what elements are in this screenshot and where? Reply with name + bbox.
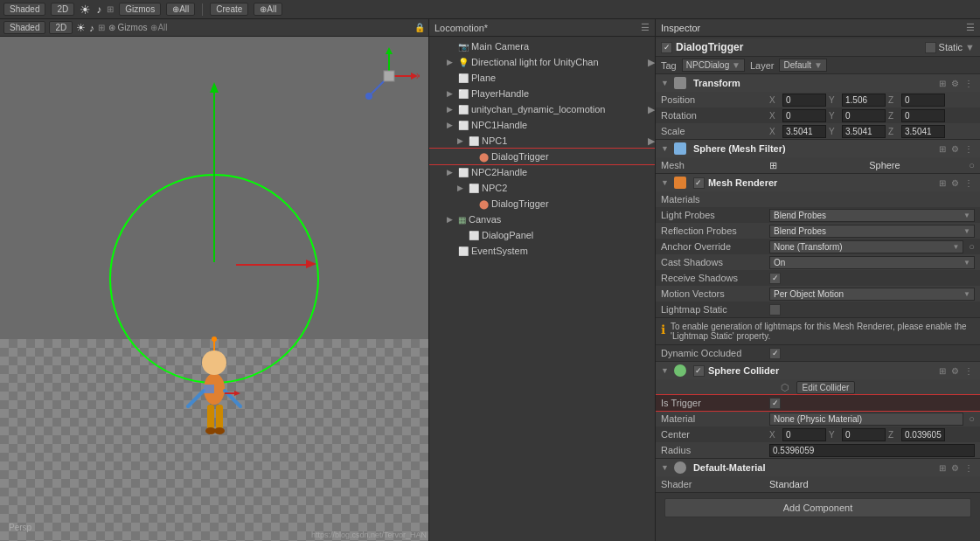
edit-collider-button[interactable]: Edit Collider [796,381,856,394]
scene-canvas[interactable]: Y X [0,37,428,541]
position-label: Position [661,94,766,105]
sphere-collider-header[interactable]: ▼ Sphere Collider ⊞ ⚙ ⋮ [656,362,980,379]
create-button[interactable]: Create [210,3,248,16]
position-y-input[interactable] [842,94,886,107]
mesh-filter-copy-icon[interactable]: ⊞ [937,143,948,155]
center-y-input[interactable] [842,428,886,441]
info-box: ℹ To enable generation of lightmaps for … [656,317,980,345]
transform-overflow-icon[interactable]: ⋮ [963,78,975,89]
position-x-input[interactable] [782,94,826,107]
radius-label: Radius [661,445,766,455]
hierarchy-item-dir-light[interactable]: ▶ 💡 Directional light for UnityChan ▶ [429,54,655,70]
sphere-collider-settings-icon[interactable]: ⚙ [949,365,961,377]
hierarchy-item-canvas[interactable]: ▶ ▦ Canvas [429,212,655,227]
hierarchy-item-main-camera[interactable]: 📷 Main Camera [429,38,655,54]
shading-dropdown[interactable]: Shaded [3,3,45,16]
hierarchy-item-dialog-trigger-1[interactable]: ⬤ DialogTrigger [429,149,655,164]
transform-header[interactable]: ▼ Transform ⊞ ⚙ ⋮ [656,74,980,92]
material-copy-icon[interactable]: ⊞ [937,462,948,474]
add-component-button[interactable]: Add Component [664,498,971,517]
light-probes-dropdown[interactable]: Blend Probes ▼ [769,209,975,222]
hierarchy-item-npc2handle[interactable]: ▶ ⬜ NPC2Handle [429,164,655,180]
cast-shadows-dropdown[interactable]: On ▼ [769,256,975,269]
motion-vectors-dropdown[interactable]: Per Object Motion ▼ [769,288,975,301]
hierarchy-item-npc1handle[interactable]: ▶ ⬜ NPC1Handle [429,117,655,133]
sphere-collider-overflow-icon[interactable]: ⋮ [963,365,975,377]
hierarchy-item-npc2[interactable]: ▶ ⬜ NPC2 [429,180,655,196]
layer-dropdown[interactable]: Default ▼ [779,59,826,72]
inspector-object-top: DialogTrigger Static ▼ [656,38,980,57]
scale-x-input[interactable] [782,125,826,138]
lightmap-static-checkbox[interactable] [769,304,781,316]
rotation-y-input[interactable] [842,109,886,122]
character-figure [179,336,249,450]
static-dropdown-arrow[interactable]: ▼ [965,42,975,52]
rotation-x-input[interactable] [782,109,826,122]
anchor-override-dropdown[interactable]: None (Transform) ▼ [769,240,963,253]
tag-value: NPCDialog [686,60,729,70]
center-x-input[interactable] [782,428,826,441]
position-row: Position X Y Z [656,92,980,108]
sphere-collider-collapse-arrow: ▼ [661,366,669,375]
reflection-probes-dropdown[interactable]: Blend Probes ▼ [769,225,975,238]
collider-material-select-icon[interactable]: ○ [969,413,975,424]
sphere-collider-icons: ⊞ ⚙ ⋮ [937,365,975,377]
mesh-filter-settings-icon[interactable]: ⚙ [949,143,961,155]
sphere-icon: ⬤ [479,199,489,209]
scale-z-input[interactable] [901,125,945,138]
dynamic-occluded-checkbox[interactable] [769,348,781,359]
scene-2d-btn[interactable]: 2D [49,21,73,34]
mesh-renderer-header[interactable]: ▼ Mesh Renderer ⊞ ⚙ ⋮ [656,174,980,191]
mesh-renderer-overflow-icon[interactable]: ⋮ [963,177,975,189]
hierarchy-item-dialog-trigger-2[interactable]: ⬤ DialogTrigger [429,196,655,212]
static-checkbox[interactable] [925,42,936,53]
inspector-header: Inspector ☰ [656,19,980,37]
mesh-filter-overflow-icon[interactable]: ⋮ [963,143,975,155]
scene-aspect-icon: ⊞ [98,23,105,32]
hierarchy-item-event-system[interactable]: ⬜ EventSystem [429,243,655,259]
svg-point-12 [212,336,217,342]
scale-y-input[interactable] [842,125,886,138]
sphere-collider-enabled-checkbox[interactable] [693,365,705,377]
radius-input[interactable] [769,444,975,457]
material-overflow-icon[interactable]: ⋮ [963,462,975,474]
default-material-header[interactable]: ▼ Default-Material ⊞ ⚙ ⋮ [656,459,980,476]
hierarchy-item-dialog-panel[interactable]: ⬜ DialogPanel [429,227,655,243]
rotation-z-input[interactable] [901,109,945,122]
collider-material-dropdown[interactable]: None (Physic Material) [769,413,963,426]
material-settings-icon[interactable]: ⚙ [949,462,961,474]
svg-text:X: X [416,72,420,80]
scale-row: Scale X Y Z [656,123,980,139]
mesh-renderer-enabled-checkbox[interactable] [693,177,705,189]
hierarchy-item-plane[interactable]: ⬜ Plane [429,70,655,86]
sphere-collider-copy-icon[interactable]: ⊞ [937,365,948,377]
hierarchy-item-unitychan[interactable]: ▶ ⬜ unitychan_dynamic_locomotion ▶ [429,101,655,117]
transform-copy-icon[interactable]: ⊞ [937,78,948,89]
lightmap-static-row: Lightmap Static [656,302,980,317]
mode-2d-button[interactable]: 2D [51,3,74,16]
all-button[interactable]: ⊕All [166,3,195,16]
mesh-renderer-copy-icon[interactable]: ⊞ [937,177,948,189]
all2-button[interactable]: ⊕All [254,3,282,16]
hierarchy-items: 📷 Main Camera ▶ 💡 Directional light for … [429,37,655,541]
scene-shading-btn[interactable]: Shaded [3,21,45,34]
object-active-checkbox[interactable] [661,42,672,53]
mesh-select-icon[interactable]: ○ [969,160,975,170]
anchor-circle-icon[interactable]: ○ [969,241,975,252]
inspector-menu-icon[interactable]: ☰ [966,22,975,33]
mesh-filter-header[interactable]: ▼ Sphere (Mesh Filter) ⊞ ⚙ ⋮ [656,140,980,157]
hierarchy-item-player-handle[interactable]: ▶ ⬜ PlayerHandle [429,86,655,101]
transform-settings-icon[interactable]: ⚙ [949,78,961,89]
gizmos-dropdown[interactable]: Gizmos [119,3,161,16]
receive-shadows-checkbox[interactable] [769,273,781,284]
cast-shadows-arrow: ▼ [963,259,970,267]
gizmo-axes: Y X [358,45,420,107]
hierarchy-menu-icon[interactable]: ☰ [641,22,650,33]
item-arrow-right: ▶ [648,135,655,147]
is-trigger-checkbox[interactable] [769,398,781,409]
center-z-input[interactable] [901,428,945,441]
hierarchy-item-npc1[interactable]: ▶ ⬜ NPC1 ▶ [429,133,655,149]
mesh-renderer-settings-icon[interactable]: ⚙ [949,177,961,189]
position-z-input[interactable] [901,94,945,107]
tag-dropdown[interactable]: NPCDialog ▼ [682,59,745,72]
